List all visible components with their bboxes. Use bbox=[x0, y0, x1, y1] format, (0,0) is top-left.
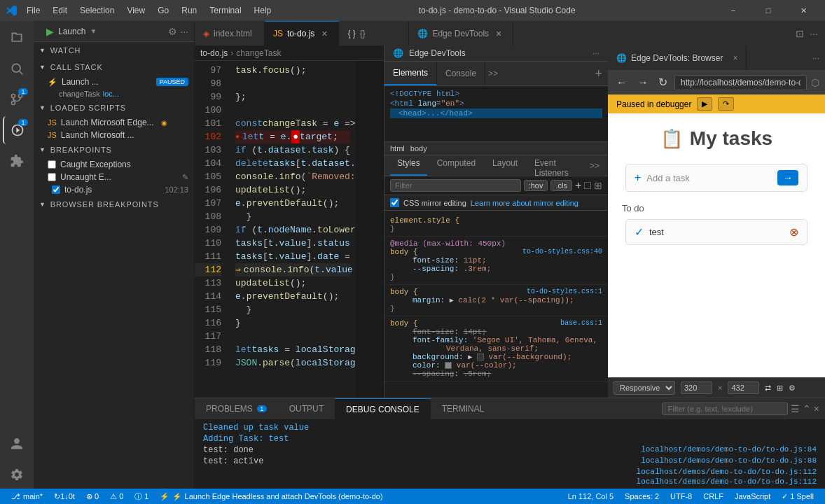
tab-todo-js-close[interactable]: × bbox=[319, 28, 330, 39]
task-check-icon[interactable]: ✓ bbox=[635, 225, 644, 239]
tab-todo-js[interactable]: JS to-do.js × bbox=[265, 21, 339, 46]
hover-button[interactable]: :hov bbox=[524, 180, 548, 191]
devtools-more-tabs-icon[interactable]: >> bbox=[485, 62, 501, 85]
todo-js-breakpoint[interactable]: to-do.js 102:13 bbox=[34, 183, 194, 196]
warnings-item[interactable]: ⚠ 0 bbox=[104, 489, 129, 504]
call-stack-header[interactable]: ▼ CALL STACK bbox=[34, 59, 194, 76]
caught-exceptions-checkbox[interactable] bbox=[48, 160, 56, 169]
dom-html[interactable]: html bbox=[390, 144, 405, 153]
line-ending-item[interactable]: CRLF bbox=[698, 489, 729, 504]
maximize-button[interactable]: □ bbox=[752, 0, 784, 21]
menu-terminal[interactable]: Terminal bbox=[204, 4, 247, 17]
spaces-item[interactable]: Spaces: 2 bbox=[619, 489, 665, 504]
explorer-icon[interactable] bbox=[3, 24, 31, 52]
caught-exceptions-item[interactable]: Caught Exceptions bbox=[34, 158, 194, 171]
spell-item[interactable]: ✓ 1 Spell bbox=[776, 489, 819, 504]
layout-tab[interactable]: Layout bbox=[485, 155, 525, 176]
script-item-1[interactable]: JS Launch Microsoft Edge... ◉ bbox=[34, 116, 194, 129]
menu-selection[interactable]: Selection bbox=[74, 4, 120, 17]
body-margin-file-ref[interactable]: to-do-styles.css:1 bbox=[527, 288, 602, 296]
browser-open-icon[interactable]: ⬡ bbox=[811, 77, 819, 88]
menu-file[interactable]: File bbox=[21, 4, 46, 17]
event-listeners-tab[interactable]: Event Listeners bbox=[527, 155, 584, 176]
styles-tab[interactable]: Styles bbox=[390, 155, 427, 176]
language-item[interactable]: JavaScript bbox=[729, 489, 776, 504]
script-item-2[interactable]: JS Launch Microsoft ... bbox=[34, 129, 194, 141]
account-icon[interactable] bbox=[3, 430, 31, 458]
menu-run[interactable]: Run bbox=[176, 4, 202, 17]
more-sub-tabs-icon[interactable]: >> bbox=[587, 155, 602, 176]
log-source-5[interactable]: localhost/demos/demo-to-do/to-do.js:112 bbox=[637, 468, 817, 476]
step-over-button[interactable]: ↷ bbox=[718, 97, 734, 111]
tab-edge-close[interactable]: × bbox=[493, 28, 504, 39]
tab-edge-devtools[interactable]: 🌐 Edge DevTools × bbox=[409, 21, 513, 46]
debug-info-item[interactable]: ⚡ ⚡ Launch Edge Headless and attach DevT… bbox=[154, 489, 388, 504]
split-editor-icon[interactable]: ⊡ bbox=[794, 27, 805, 41]
call-stack-launch[interactable]: ⚡ Launch ... PAUSED bbox=[34, 76, 194, 88]
run-debug-icon[interactable]: 1 bbox=[3, 116, 31, 144]
menu-help[interactable]: Help bbox=[249, 4, 277, 17]
computed-tab[interactable]: Computed bbox=[430, 155, 483, 176]
git-branch-item[interactable]: ⎇ main* bbox=[6, 489, 48, 504]
debug-filter-input[interactable] bbox=[662, 402, 788, 415]
html-head[interactable]: <head>...</head> bbox=[390, 108, 602, 118]
device-settings-icon[interactable]: ⚙ bbox=[789, 384, 796, 393]
swap-dimensions-icon[interactable]: ⇄ bbox=[765, 384, 771, 393]
terminal-tab[interactable]: TERMINAL bbox=[431, 398, 496, 419]
source-control-icon[interactable]: 1 bbox=[3, 85, 31, 113]
minimize-button[interactable]: − bbox=[717, 0, 749, 21]
css-mirror-checkbox[interactable] bbox=[390, 198, 399, 207]
log-source-4[interactable]: localhost/demos/demo-to-do/to-do.js:88 bbox=[641, 456, 817, 466]
debug-console-tab[interactable]: DEBUG CONSOLE bbox=[335, 398, 431, 419]
devtools-tab-console[interactable]: Console bbox=[437, 62, 485, 85]
uncaught-exceptions-item[interactable]: Uncaught E... ✎ bbox=[34, 171, 194, 183]
tab-index-html[interactable]: ◈ index.html bbox=[195, 21, 265, 46]
zoom-fit-icon[interactable]: ⊞ bbox=[777, 384, 783, 393]
close-button[interactable]: ✕ bbox=[787, 0, 819, 21]
clear-console-icon[interactable]: ⌃ bbox=[803, 403, 811, 414]
launch-button[interactable]: ▶ Launch ▼ bbox=[39, 24, 104, 38]
more-tabs-icon[interactable]: ··· bbox=[808, 27, 819, 41]
position-item[interactable]: Ln 112, Col 5 bbox=[562, 489, 619, 504]
watch-header[interactable]: ▼ WATCH bbox=[34, 42, 194, 59]
loaded-scripts-header[interactable]: ▼ LOADED SCRIPTS bbox=[34, 99, 194, 116]
css-mirror-link[interactable]: Learn more about mirror editing bbox=[471, 199, 578, 207]
styles-filter-input[interactable] bbox=[390, 179, 521, 192]
dom-body[interactable]: body bbox=[410, 144, 427, 153]
info-item[interactable]: ⓘ 1 bbox=[129, 489, 154, 504]
devtools-more-icon[interactable]: ··· bbox=[592, 48, 599, 58]
errors-item[interactable]: ⊗ 0 bbox=[81, 489, 104, 504]
output-tab[interactable]: OUTPUT bbox=[278, 398, 335, 419]
search-icon[interactable] bbox=[3, 55, 31, 83]
back-button[interactable]: ← bbox=[613, 75, 630, 90]
add-task-submit-button[interactable]: → bbox=[777, 170, 798, 186]
height-input[interactable] bbox=[728, 382, 759, 394]
computed-icon[interactable]: ⊞ bbox=[594, 180, 602, 191]
sync-item[interactable]: ↻1↓0t bbox=[48, 489, 81, 504]
browser-tab-close-icon[interactable]: × bbox=[733, 53, 737, 63]
devtools-tab-elements[interactable]: Elements bbox=[384, 62, 437, 85]
extensions-icon[interactable] bbox=[3, 147, 31, 175]
media-file-ref[interactable]: to-do-styles.css:40 bbox=[522, 248, 602, 256]
uncaught-exceptions-checkbox[interactable] bbox=[48, 173, 56, 181]
browser-devtools-tab[interactable]: 🌐 Edge DevTools: Browser × bbox=[608, 46, 747, 70]
refresh-button[interactable]: ↻ bbox=[656, 74, 670, 90]
menu-go[interactable]: Go bbox=[152, 4, 174, 17]
browser-breakpoints-header[interactable]: ▼ BROWSER BREAKPOINTS bbox=[34, 196, 194, 213]
menu-edit[interactable]: Edit bbox=[47, 4, 73, 17]
responsive-select[interactable]: Responsive bbox=[613, 381, 675, 395]
new-rule-icon[interactable]: □ bbox=[584, 179, 591, 192]
log-source-6[interactable]: localhost/demos/demo-to-do/to-do.js:112 bbox=[637, 477, 817, 486]
log-source-3[interactable]: localhost/demos/demo-to-do/to-do.js:84 bbox=[641, 445, 817, 455]
task-delete-button[interactable]: ⊗ bbox=[789, 225, 798, 239]
menu-view[interactable]: View bbox=[121, 4, 151, 17]
settings-icon[interactable] bbox=[3, 461, 31, 489]
browser-more-icon[interactable]: ··· bbox=[812, 53, 819, 63]
debug-more-icon[interactable]: ··· bbox=[180, 26, 188, 37]
filter-settings-icon[interactable]: ☰ bbox=[791, 403, 800, 414]
forward-button[interactable]: → bbox=[635, 75, 651, 90]
add-style-icon[interactable]: + bbox=[575, 179, 581, 192]
browser-url-input[interactable] bbox=[674, 75, 807, 90]
devtools-add-tab-icon[interactable]: + bbox=[589, 62, 608, 85]
tab-json[interactable]: { } {} bbox=[339, 21, 409, 46]
